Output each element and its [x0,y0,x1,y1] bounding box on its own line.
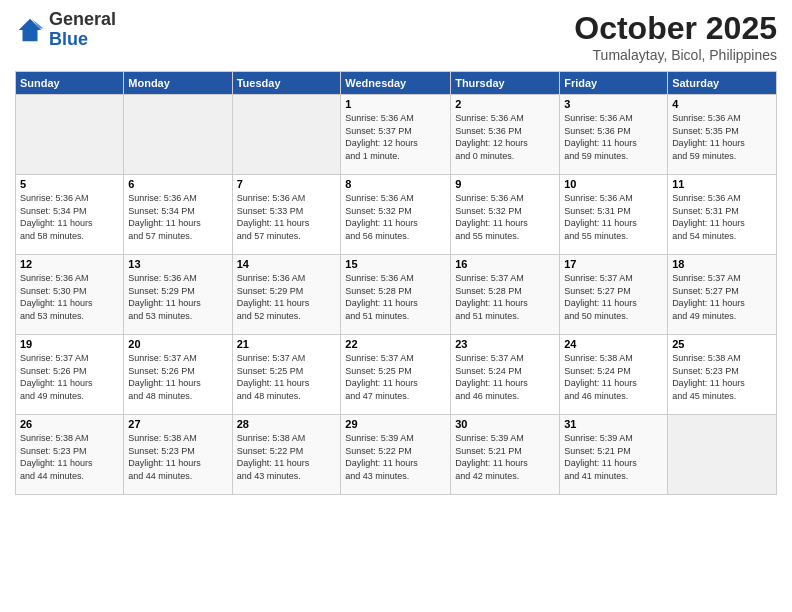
calendar-cell: 1Sunrise: 5:36 AM Sunset: 5:37 PM Daylig… [341,95,451,175]
calendar-cell: 29Sunrise: 5:39 AM Sunset: 5:22 PM Dayli… [341,415,451,495]
day-info: Sunrise: 5:39 AM Sunset: 5:21 PM Dayligh… [455,432,555,482]
logo-icon [15,15,45,45]
calendar-week-row: 19Sunrise: 5:37 AM Sunset: 5:26 PM Dayli… [16,335,777,415]
calendar-cell: 30Sunrise: 5:39 AM Sunset: 5:21 PM Dayli… [451,415,560,495]
day-info: Sunrise: 5:36 AM Sunset: 5:32 PM Dayligh… [455,192,555,242]
calendar-week-row: 12Sunrise: 5:36 AM Sunset: 5:30 PM Dayli… [16,255,777,335]
calendar-week-row: 1Sunrise: 5:36 AM Sunset: 5:37 PM Daylig… [16,95,777,175]
logo: General Blue [15,10,116,50]
day-number: 6 [128,178,227,190]
calendar-cell: 13Sunrise: 5:36 AM Sunset: 5:29 PM Dayli… [124,255,232,335]
day-of-week-header: Tuesday [232,72,341,95]
calendar-cell [232,95,341,175]
day-number: 15 [345,258,446,270]
day-number: 14 [237,258,337,270]
calendar-cell: 17Sunrise: 5:37 AM Sunset: 5:27 PM Dayli… [560,255,668,335]
calendar-cell: 16Sunrise: 5:37 AM Sunset: 5:28 PM Dayli… [451,255,560,335]
day-info: Sunrise: 5:36 AM Sunset: 5:34 PM Dayligh… [128,192,227,242]
calendar-cell: 15Sunrise: 5:36 AM Sunset: 5:28 PM Dayli… [341,255,451,335]
calendar-table: SundayMondayTuesdayWednesdayThursdayFrid… [15,71,777,495]
day-number: 16 [455,258,555,270]
day-of-week-header: Sunday [16,72,124,95]
day-info: Sunrise: 5:38 AM Sunset: 5:23 PM Dayligh… [128,432,227,482]
calendar-cell: 10Sunrise: 5:36 AM Sunset: 5:31 PM Dayli… [560,175,668,255]
calendar-cell: 22Sunrise: 5:37 AM Sunset: 5:25 PM Dayli… [341,335,451,415]
day-info: Sunrise: 5:36 AM Sunset: 5:37 PM Dayligh… [345,112,446,162]
calendar-header-row: SundayMondayTuesdayWednesdayThursdayFrid… [16,72,777,95]
calendar-cell: 18Sunrise: 5:37 AM Sunset: 5:27 PM Dayli… [668,255,777,335]
day-info: Sunrise: 5:36 AM Sunset: 5:34 PM Dayligh… [20,192,119,242]
calendar-cell: 3Sunrise: 5:36 AM Sunset: 5:36 PM Daylig… [560,95,668,175]
calendar-cell: 20Sunrise: 5:37 AM Sunset: 5:26 PM Dayli… [124,335,232,415]
day-number: 11 [672,178,772,190]
calendar-week-row: 26Sunrise: 5:38 AM Sunset: 5:23 PM Dayli… [16,415,777,495]
calendar-cell: 27Sunrise: 5:38 AM Sunset: 5:23 PM Dayli… [124,415,232,495]
day-info: Sunrise: 5:37 AM Sunset: 5:27 PM Dayligh… [672,272,772,322]
day-info: Sunrise: 5:36 AM Sunset: 5:33 PM Dayligh… [237,192,337,242]
day-info: Sunrise: 5:36 AM Sunset: 5:32 PM Dayligh… [345,192,446,242]
title-block: October 2025 Tumalaytay, Bicol, Philippi… [574,10,777,63]
day-number: 18 [672,258,772,270]
day-of-week-header: Saturday [668,72,777,95]
calendar-week-row: 5Sunrise: 5:36 AM Sunset: 5:34 PM Daylig… [16,175,777,255]
day-number: 13 [128,258,227,270]
day-of-week-header: Monday [124,72,232,95]
day-info: Sunrise: 5:38 AM Sunset: 5:23 PM Dayligh… [20,432,119,482]
day-number: 8 [345,178,446,190]
calendar-cell: 19Sunrise: 5:37 AM Sunset: 5:26 PM Dayli… [16,335,124,415]
day-number: 21 [237,338,337,350]
day-number: 27 [128,418,227,430]
day-number: 4 [672,98,772,110]
calendar-cell: 11Sunrise: 5:36 AM Sunset: 5:31 PM Dayli… [668,175,777,255]
calendar-cell [668,415,777,495]
calendar-cell: 5Sunrise: 5:36 AM Sunset: 5:34 PM Daylig… [16,175,124,255]
day-info: Sunrise: 5:36 AM Sunset: 5:31 PM Dayligh… [672,192,772,242]
calendar-page: General Blue October 2025 Tumalaytay, Bi… [0,0,792,612]
day-number: 25 [672,338,772,350]
calendar-cell [124,95,232,175]
day-info: Sunrise: 5:36 AM Sunset: 5:36 PM Dayligh… [455,112,555,162]
day-number: 22 [345,338,446,350]
calendar-cell: 31Sunrise: 5:39 AM Sunset: 5:21 PM Dayli… [560,415,668,495]
day-info: Sunrise: 5:36 AM Sunset: 5:29 PM Dayligh… [237,272,337,322]
day-number: 17 [564,258,663,270]
calendar-cell: 9Sunrise: 5:36 AM Sunset: 5:32 PM Daylig… [451,175,560,255]
day-number: 20 [128,338,227,350]
day-number: 3 [564,98,663,110]
calendar-cell: 4Sunrise: 5:36 AM Sunset: 5:35 PM Daylig… [668,95,777,175]
day-info: Sunrise: 5:36 AM Sunset: 5:29 PM Dayligh… [128,272,227,322]
day-number: 2 [455,98,555,110]
day-info: Sunrise: 5:36 AM Sunset: 5:30 PM Dayligh… [20,272,119,322]
day-number: 1 [345,98,446,110]
day-number: 10 [564,178,663,190]
day-info: Sunrise: 5:36 AM Sunset: 5:35 PM Dayligh… [672,112,772,162]
calendar-cell [16,95,124,175]
calendar-cell: 24Sunrise: 5:38 AM Sunset: 5:24 PM Dayli… [560,335,668,415]
day-number: 29 [345,418,446,430]
calendar-cell: 12Sunrise: 5:36 AM Sunset: 5:30 PM Dayli… [16,255,124,335]
day-info: Sunrise: 5:38 AM Sunset: 5:23 PM Dayligh… [672,352,772,402]
day-of-week-header: Friday [560,72,668,95]
day-number: 12 [20,258,119,270]
day-info: Sunrise: 5:39 AM Sunset: 5:21 PM Dayligh… [564,432,663,482]
svg-marker-0 [19,19,42,42]
calendar-cell: 25Sunrise: 5:38 AM Sunset: 5:23 PM Dayli… [668,335,777,415]
day-number: 5 [20,178,119,190]
day-info: Sunrise: 5:37 AM Sunset: 5:27 PM Dayligh… [564,272,663,322]
day-number: 30 [455,418,555,430]
calendar-cell: 14Sunrise: 5:36 AM Sunset: 5:29 PM Dayli… [232,255,341,335]
day-info: Sunrise: 5:37 AM Sunset: 5:26 PM Dayligh… [20,352,119,402]
day-number: 19 [20,338,119,350]
calendar-cell: 8Sunrise: 5:36 AM Sunset: 5:32 PM Daylig… [341,175,451,255]
day-number: 28 [237,418,337,430]
day-info: Sunrise: 5:37 AM Sunset: 5:25 PM Dayligh… [345,352,446,402]
day-of-week-header: Wednesday [341,72,451,95]
day-info: Sunrise: 5:37 AM Sunset: 5:28 PM Dayligh… [455,272,555,322]
day-number: 26 [20,418,119,430]
day-info: Sunrise: 5:37 AM Sunset: 5:26 PM Dayligh… [128,352,227,402]
calendar-cell: 23Sunrise: 5:37 AM Sunset: 5:24 PM Dayli… [451,335,560,415]
calendar-cell: 6Sunrise: 5:36 AM Sunset: 5:34 PM Daylig… [124,175,232,255]
day-number: 9 [455,178,555,190]
calendar-cell: 21Sunrise: 5:37 AM Sunset: 5:25 PM Dayli… [232,335,341,415]
day-number: 7 [237,178,337,190]
